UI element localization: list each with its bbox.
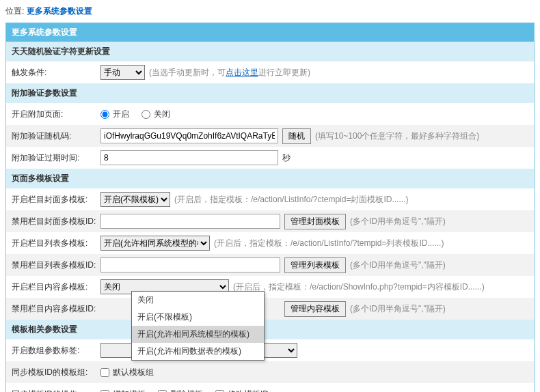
cover-open-note: (开启后，指定模板：/e/action/ListInfo/?ctempid=封面… [174,194,408,206]
section-multitpl-title: 页面多模板设置 [6,169,534,188]
content-disable-label: 禁用栏目内容多模板ID: [12,303,100,315]
section-verify-title: 天天随机验证字符更新设置 [6,42,534,61]
panel-title: 更多系统参数设置 [6,23,534,42]
cover-open-select[interactable]: 开启(不限模板) [100,192,170,207]
radio-close[interactable]: 关闭 [141,109,170,120]
dd-option-unlimited[interactable]: 开启(不限模板) [132,309,264,326]
cover-disable-input[interactable] [100,214,280,229]
cover-disable-label: 禁用栏目封面多模板ID: [12,216,100,227]
sync-op-label: 同步模板ID的操作: [12,389,100,393]
chk-default-group[interactable]: 默认模板组 [100,367,154,378]
expire-label: 附加验证过期时间: [12,152,100,164]
cover-open-label: 开启栏目封面多模板: [12,194,100,206]
trigger-note: (当选手动更新时，可点击这里进行立即更新) [149,67,310,79]
radio-open-input[interactable] [100,110,109,119]
content-open-note: (开启后，指定模板：/e/action/ShowInfo.php?tempid=… [233,281,485,293]
manage-list-button[interactable]: 管理列表模板 [284,257,346,273]
trigger-select[interactable]: 手动 [100,65,145,80]
dd-option-same-model[interactable]: 开启(允许相同系统模型的模板) [132,326,264,343]
dd-option-close[interactable]: 关闭 [132,292,264,309]
manage-cover-button[interactable]: 管理封面模板 [284,214,346,229]
trigger-label: 触发条件: [12,67,100,79]
update-now-link[interactable]: 点击这里 [226,68,258,77]
list-open-label: 开启栏目列表多模板: [12,238,100,249]
loc-value: 更多系统参数设置 [27,6,92,16]
section-tplparam-title: 模板相关参数设置 [6,320,534,339]
list-open-select[interactable]: 开启(允许相同系统模型的模板) [100,236,210,251]
list-disable-note: (多个ID用半角逗号","隔开) [350,260,446,271]
sync-group-label: 同步模板ID的模板组: [12,367,100,378]
chk-add-tpl[interactable]: 增加模板 [100,389,146,393]
array-tag-label: 开启数组参数标签: [12,345,100,356]
chk-del-tpl[interactable]: 删除模板 [158,389,203,393]
code-input[interactable] [100,128,278,143]
cover-disable-note: (多个ID用半角逗号","隔开) [350,216,446,227]
content-open-dropdown[interactable]: 关闭 开启(不限模板) 开启(允许相同系统模型的模板) 开启(允许相同数据表的模… [131,291,265,361]
radio-open[interactable]: 开启 [100,109,129,120]
expire-unit: 秒 [282,152,291,164]
code-note: (填写10~100个任意字符，最好多种字符组合) [315,130,479,142]
random-button[interactable]: 随机 [282,128,311,144]
breadcrumb: 位置: 更多系统参数设置 [5,5,535,17]
settings-panel: 更多系统参数设置 天天随机验证字符更新设置 触发条件: 手动 (当选手动更新时，… [5,23,535,392]
content-open-label: 开启栏目内容多模板: [12,281,100,293]
list-disable-label: 禁用栏目列表多模板ID: [12,260,100,271]
section-addon-title: 附加验证参数设置 [6,83,534,103]
list-open-note: (开启后，指定模板：/e/action/ListInfo/?tempid=列表模… [214,238,444,249]
chk-mod-tpl[interactable]: 修改模板ID [215,389,269,393]
dd-option-same-table[interactable]: 开启(允许相同数据表的模板) [132,343,264,360]
list-disable-input[interactable] [100,257,280,272]
open-addon-label: 开启附加页面: [12,109,100,120]
radio-close-input[interactable] [141,110,150,119]
code-label: 附加验证随机码: [12,130,100,142]
manage-content-button[interactable]: 管理内容模板 [284,301,346,317]
expire-input[interactable] [100,150,278,165]
content-disable-note: (多个ID用半角逗号","隔开) [350,303,446,315]
loc-label: 位置: [5,6,24,16]
